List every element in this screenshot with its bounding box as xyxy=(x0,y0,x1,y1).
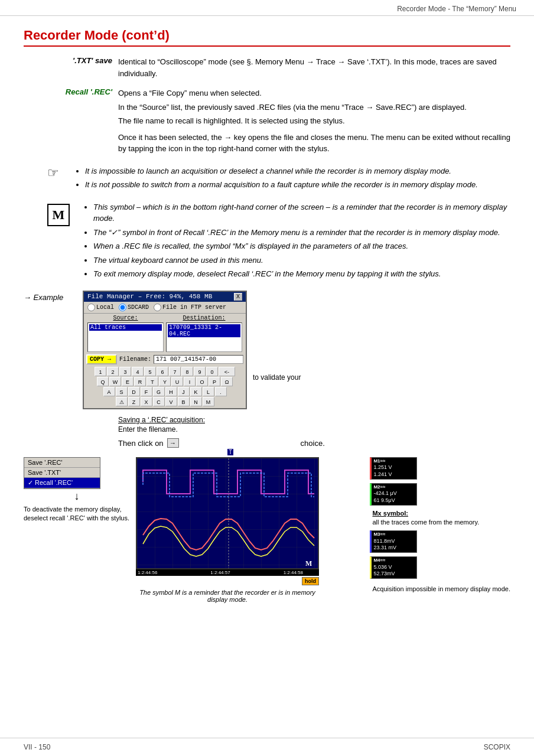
fm-key-2[interactable]: 2 xyxy=(107,367,119,376)
fm-dest-item[interactable]: 170709_13331 2-04.REC xyxy=(168,324,240,337)
osc-area: Save '.REC' Save '.TXT' ✓ Recall '.REC' … xyxy=(24,457,510,603)
fm-key-j[interactable]: J xyxy=(178,387,190,396)
note-bullet-3: This symbol – which is in the bottom rig… xyxy=(93,201,510,224)
fm-key-v[interactable]: V xyxy=(165,397,177,406)
fm-key-x[interactable]: X xyxy=(141,397,152,406)
caption-line1: Saving a ‘.REC’ acquisition: xyxy=(118,416,205,424)
osc-menu-save-txt[interactable]: Save '.TXT' xyxy=(24,468,100,478)
note-bullet-2: It is not possible to switch from a norm… xyxy=(85,179,510,191)
fm-dest-listbox[interactable]: 170709_13331 2-04.REC xyxy=(166,322,242,352)
timestamp-row: 1:2:44:56 1:2:44:57 1:2:44:58 xyxy=(136,569,319,576)
ts-1: 1:2:44:56 xyxy=(138,570,157,575)
fm-filename-input[interactable]: 171 007_141547-00 xyxy=(154,355,243,364)
fm-key-q[interactable]: Q xyxy=(97,377,109,386)
meas-m2-v2: 61 9.5μV xyxy=(373,497,415,504)
fm-key-4[interactable]: 4 xyxy=(132,367,144,376)
then-click-label: Then click on xyxy=(118,439,164,448)
fm-radio-local[interactable]: Local xyxy=(87,304,114,311)
note-bullet-1: It is impossible to launch an acquisitio… xyxy=(85,165,510,177)
fm-key-w[interactable]: W xyxy=(109,377,121,386)
osc-screen-wrapper: T xyxy=(136,457,319,585)
fm-filename-row: COPY → Filename: 171 007_141547-00 xyxy=(84,353,246,366)
fm-key-a[interactable]: A xyxy=(103,387,115,396)
fm-key-7[interactable]: 7 xyxy=(169,367,181,376)
bottom-caption-text: The symbol M is a reminder that the reco… xyxy=(139,589,315,603)
fm-key-t[interactable]: T xyxy=(146,377,158,386)
fm-key-1[interactable]: 1 xyxy=(95,367,106,376)
fm-key-f[interactable]: F xyxy=(141,387,152,396)
fm-key-l[interactable]: L xyxy=(203,387,214,396)
fm-radio-sdcard[interactable]: SDCARD xyxy=(119,304,149,311)
fm-source-dest: Source: All traces Destination: 170709_1… xyxy=(84,314,246,353)
mx-annotation: Mx symbol: all the traces come from the … xyxy=(372,509,510,527)
fm-key-shift[interactable]: ⚠ xyxy=(116,397,128,406)
fm-key-z[interactable]: Z xyxy=(128,397,140,406)
hold-area: hold xyxy=(136,577,319,585)
fm-key-backspace[interactable]: <- xyxy=(219,367,235,376)
fm-key-o[interactable]: O xyxy=(196,377,208,386)
waveform-svg: M xyxy=(136,457,319,569)
fm-source-col: Source: All traces xyxy=(86,314,165,353)
fm-key-s[interactable]: S xyxy=(116,387,128,396)
note-bullet-5: When a .REC file is recalled, the symbol… xyxy=(93,240,510,252)
fm-key-m[interactable]: M xyxy=(203,397,214,406)
fm-key-g[interactable]: G xyxy=(153,387,165,396)
fm-key-u[interactable]: U xyxy=(171,377,183,386)
content: Recorder Mode (cont’d) '.TXT' save Ident… xyxy=(0,16,534,615)
meas-m2-v1: -424.1 μV xyxy=(373,490,415,497)
example-section: → Example File Manager – Free: 94%, 458 … xyxy=(24,291,510,409)
osc-menu-save-rec[interactable]: Save '.REC' xyxy=(24,458,100,468)
fm-key-b[interactable]: B xyxy=(178,397,190,406)
def-txt-text: Identical to “Oscilloscope” mode (see §.… xyxy=(118,56,510,79)
ts-2: 1:2:44:57 xyxy=(210,570,230,575)
fm-key-row-2: Q W E R T Y U I O P Ω xyxy=(86,377,243,386)
fm-dest-col: Destination: 170709_13331 2-04.REC xyxy=(165,314,243,353)
fm-key-row-4: ⚠ Z X C V B N M xyxy=(86,397,243,406)
hold-button[interactable]: hold xyxy=(302,577,319,585)
fm-key-3[interactable]: 3 xyxy=(119,367,131,376)
fm-caption-area: Saving a ‘.REC’ acquisition: Enter the f… xyxy=(24,415,510,448)
fm-source-label: Source: xyxy=(87,315,164,321)
acq-text: Acquisition impossible in memory display… xyxy=(372,585,510,594)
fm-key-r[interactable]: R xyxy=(134,377,146,386)
fm-source-listbox[interactable]: All traces xyxy=(87,322,164,352)
footer: VII - 150 SCOPIX xyxy=(0,738,534,756)
deactivate-note: To deactivate the memory display, desele… xyxy=(24,505,130,523)
fm-key-dot[interactable]: . xyxy=(215,387,227,396)
fm-key-h[interactable]: H xyxy=(165,387,177,396)
meas-m3: M3≈≈ 811.8mV 23.31 mV xyxy=(370,530,417,553)
fm-source-item[interactable]: All traces xyxy=(89,324,162,331)
osc-right: M1≈≈ 1.251 V 1.241 V M2≈≈ -424.1 μV 61 9… xyxy=(370,457,510,594)
fm-key-y[interactable]: Y xyxy=(159,377,171,386)
m-symbol-box: M xyxy=(47,204,70,226)
fm-key-5[interactable]: 5 xyxy=(144,367,156,376)
fm-key-p[interactable]: P xyxy=(209,377,220,386)
fm-key-8[interactable]: 8 xyxy=(181,367,193,376)
def-rec: Recall '.REC' Opens a “File Copy” menu w… xyxy=(24,87,510,157)
footer-left: VII - 150 xyxy=(24,743,50,751)
fm-key-e[interactable]: E xyxy=(122,377,134,386)
fm-radio-ftp[interactable]: File in FTP server xyxy=(154,304,226,311)
m-col: M xyxy=(47,201,83,282)
note-bullet-6: The virtual keyboard cannot be used in t… xyxy=(93,255,510,266)
fm-key-n[interactable]: N xyxy=(190,397,202,406)
osc-menu-recall-rec[interactable]: ✓ Recall '.REC' xyxy=(24,478,100,488)
fm-key-c[interactable]: C xyxy=(153,397,165,406)
fm-key-i[interactable]: I xyxy=(184,377,196,386)
fm-title-bar: File Manager – Free: 94%, 458 MB X xyxy=(84,292,246,302)
fm-key-k[interactable]: K xyxy=(190,387,202,396)
note-with-m: M This symbol – which is in the bottom r… xyxy=(47,201,510,282)
fm-key-6[interactable]: 6 xyxy=(157,367,168,376)
fm-key-0[interactable]: 0 xyxy=(206,367,218,376)
def-rec-p2: In the “Source” list, the previously sav… xyxy=(118,102,510,113)
fm-key-omega[interactable]: Ω xyxy=(221,377,233,386)
page: Recorder Mode - The “Memory” Menu Record… xyxy=(0,0,534,756)
fm-close-button[interactable]: X xyxy=(234,293,242,301)
fm-key-d[interactable]: D xyxy=(128,387,140,396)
fm-title: File Manager – Free: 94%, 458 MB xyxy=(87,293,212,300)
fm-copy-button[interactable]: COPY → xyxy=(86,354,117,364)
fm-key-9[interactable]: 9 xyxy=(194,367,206,376)
meas-m3-label: M3≈≈ xyxy=(373,532,415,537)
arrow-button[interactable]: → xyxy=(167,438,179,448)
note-bullet-7: To exit memory display mode, deselect Re… xyxy=(93,268,510,280)
